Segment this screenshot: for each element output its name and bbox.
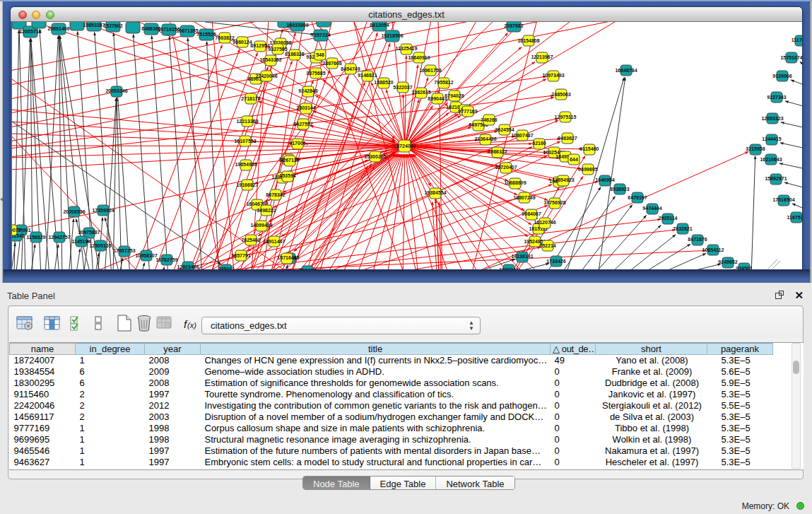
svg-text:1156829: 1156829 [27,235,46,240]
svg-text:18724007: 18724007 [394,144,416,148]
svg-text:9327505: 9327505 [268,47,287,52]
svg-text:3215958: 3215958 [746,146,765,151]
svg-text:17016504: 17016504 [772,197,794,202]
svg-text:7663822: 7663822 [215,35,234,40]
svg-text:6794028: 6794028 [445,93,464,98]
svg-text:252214: 252214 [539,243,555,248]
svg-text:25300205: 25300205 [364,154,386,159]
svg-text:15751074: 15751074 [780,55,802,60]
svg-text:20691406: 20691406 [47,26,69,31]
svg-text:3498222: 3498222 [257,208,276,213]
svg-text:9242848: 9242848 [298,88,317,93]
svg-text:7357224: 7357224 [311,33,330,37]
svg-text:19654933: 19654933 [235,162,257,167]
svg-text:8912954: 8912954 [250,43,269,48]
svg-text:16543362: 16543362 [259,57,281,62]
svg-text:3875685: 3875685 [306,71,325,76]
svg-text:16154808: 16154808 [517,38,539,43]
svg-text:16033809: 16033809 [286,23,308,28]
svg-text:9463627: 9463627 [558,136,577,141]
svg-text:20206536: 20206536 [63,209,85,214]
svg-text:417006: 417006 [289,141,305,146]
svg-text:(x): (x) [187,321,196,329]
svg-text:2367608: 2367608 [322,61,341,66]
svg-text:5322037: 5322037 [393,85,412,90]
svg-text:6479197: 6479197 [628,195,647,200]
svg-text:16911447: 16911447 [264,239,286,244]
svg-text:3624554: 3624554 [495,127,514,132]
svg-text:0699695: 0699695 [578,167,597,172]
svg-text:8938923: 8938923 [610,187,629,192]
svg-text:12923466: 12923466 [177,264,199,269]
svg-text:16107553: 16107553 [234,139,256,144]
svg-text:30975887: 30975887 [78,230,100,235]
svg-text:9146821: 9146821 [358,73,377,78]
svg-text:13654923: 13654923 [552,177,574,182]
svg-text:1167531: 1167531 [787,215,802,220]
svg-text:8813054: 8813054 [370,23,389,28]
svg-text:1244415: 1244415 [762,136,781,141]
svg-text:9474444: 9474444 [642,206,661,211]
svg-text:17957253: 17957253 [113,248,135,253]
svg-text:20053346: 20053346 [105,88,127,93]
svg-text:14099489: 14099489 [250,223,272,228]
svg-text:19166827: 19166827 [236,182,258,187]
svg-text:2803144: 2803144 [296,105,315,110]
svg-text:746266: 746266 [481,117,497,122]
svg-text:7986322: 7986322 [488,149,507,154]
svg-text:644: 644 [570,157,578,162]
svg-text:1733426: 1733426 [546,259,565,264]
svg-text:9329966: 9329966 [772,74,792,78]
svg-text:8678342: 8678342 [266,192,285,197]
svg-text:10958107: 10958107 [135,253,157,258]
svg-text:1571644: 1571644 [277,255,296,260]
svg-text:2935114: 2935114 [659,216,678,221]
svg-text:14136141: 14136141 [511,254,533,259]
svg-text:15720407: 15720407 [495,165,517,170]
svg-text:22420046: 22420046 [255,74,277,78]
svg-text:1588520: 1588520 [374,80,393,85]
svg-text:12975115: 12975115 [555,115,577,119]
svg-text:9115460: 9115460 [580,146,599,151]
svg-text:546: 546 [316,52,324,57]
svg-text:12505135: 12505135 [89,243,111,248]
svg-text:12942757: 12942757 [48,235,70,240]
svg-text:1640954: 1640954 [595,177,614,182]
svg-text:7485063: 7485063 [551,92,570,97]
svg-text:7510072: 7510072 [12,228,21,233]
svg-text:19218506: 19218506 [381,33,403,38]
svg-text:9227343: 9227343 [767,95,786,100]
svg-text:12213967: 12213967 [531,54,553,59]
svg-text:11325419: 11325419 [396,46,418,51]
svg-text:9660124: 9660124 [233,40,252,45]
svg-text:10973493: 10973493 [542,73,564,78]
svg-text:9084067: 9084067 [522,211,541,216]
svg-text:10671355: 10671355 [176,28,198,33]
svg-text:8471676: 8471676 [688,237,707,242]
svg-text:10853287: 10853287 [83,23,105,28]
svg-text:2718176: 2718176 [241,96,260,101]
svg-text:16210643: 16210643 [760,157,782,162]
svg-text:8427552: 8427552 [293,122,312,127]
svg-text:7955812: 7955812 [434,80,453,85]
svg-text:17359924: 17359924 [92,208,114,213]
svg-text:16961758: 16961758 [419,68,441,73]
svg-text:153594: 153594 [279,173,295,178]
svg-text:9857791: 9857791 [231,253,250,258]
svg-text:9777169: 9777169 [458,109,477,114]
svg-text:62160: 62160 [532,141,546,146]
svg-text:12055713: 12055713 [19,29,41,34]
svg-text:18807249: 18807249 [513,195,535,200]
svg-text:8454749: 8454749 [341,66,360,71]
svg-text:2087682: 2087682 [504,23,523,28]
svg-text:16648784: 16648784 [615,68,637,73]
svg-text:18640910: 18640910 [408,55,430,60]
svg-text:12213369: 12213369 [236,119,258,124]
svg-text:10688609: 10688609 [504,180,526,185]
svg-text:19756928: 19756928 [543,200,565,205]
svg-text:10654112: 10654112 [702,247,724,252]
svg-text:15692971: 15692971 [765,176,787,181]
svg-text:1362615: 1362615 [411,90,430,95]
svg-text:10807487: 10807487 [511,133,533,138]
svg-text:16782759: 16782759 [155,257,177,262]
